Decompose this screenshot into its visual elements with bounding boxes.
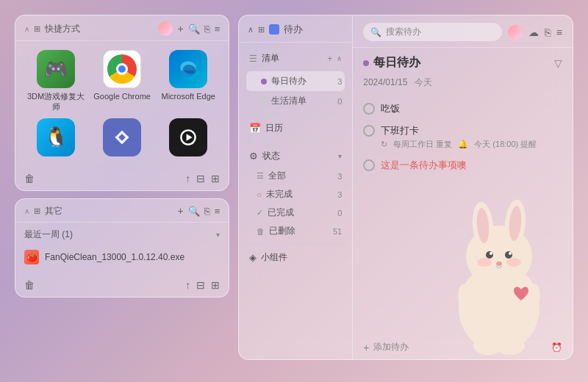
completed-item[interactable]: ✓ 已完成 0 [239, 203, 352, 222]
app-edge[interactable]: Microsoft Edge [158, 50, 218, 112]
todo-list-header[interactable]: ☰ 清单 + ∧ [246, 48, 345, 68]
widget-label: 小组件 [261, 251, 287, 264]
up-icon[interactable]: ↑ [185, 173, 190, 184]
deleted-item[interactable]: 🗑 已删除 51 [239, 222, 352, 240]
todo-circle-2[interactable] [363, 125, 375, 137]
todo-item-1[interactable]: 吃饭 [363, 98, 562, 120]
list-chevron-icon[interactable]: ∧ [337, 54, 342, 62]
status-sub-items: ☰ 全部 3 ○ 未完成 3 ✓ 已完成 0 🗑 已删除 51 [239, 167, 352, 240]
search-icon[interactable]: 🔍 [188, 24, 200, 35]
other-search-icon[interactable]: 🔍 [188, 206, 200, 217]
todo-item-2[interactable]: 下班打卡 ↻ 每周工作日 重复 🔔 今天 (18:00) 提醒 [363, 120, 562, 154]
other-chevron-icon: ∧ [24, 207, 29, 215]
title-dot [363, 60, 369, 66]
search-bar[interactable]: 🔍 搜索待办 [363, 23, 502, 41]
todo-circle-1[interactable] [363, 103, 375, 115]
trash-icon[interactable]: 🗑 [24, 173, 35, 184]
main-header-icons: ☁ ⎘ ≡ [508, 25, 562, 40]
bookmark-icon[interactable]: ⎘ [204, 24, 210, 35]
app-3dm[interactable]: 🎮 3DM游戏修复大师 [26, 50, 86, 112]
todo-life-item[interactable]: 生活清单 0 [246, 91, 345, 111]
bell-icon: 🔔 [458, 140, 468, 149]
other-trash-icon[interactable]: 🗑 [24, 279, 35, 291]
todo-widget-item[interactable]: ◈ 小组件 [239, 247, 352, 268]
other-grid-icon[interactable]: ⊞ [211, 279, 220, 291]
daily-label: 每日待办 [271, 75, 327, 87]
grid-view-icon[interactable]: ⊞ [211, 173, 220, 184]
todo-status-header[interactable]: ⚙ 状态 ▾ [239, 145, 352, 167]
todo-main-header: 🔍 搜索待办 ☁ ⎘ ≡ [353, 15, 573, 48]
calendar-icon: 📅 [249, 123, 261, 134]
app-edge-label: Microsoft Edge [162, 91, 215, 101]
divider-3 [246, 243, 345, 244]
other-up-icon[interactable]: ↑ [185, 279, 190, 291]
other-widget: ∧ ⊞ 其它 + 🔍 ⎘ ≡ 最近一周 (1) ▾ 🍅 [15, 198, 229, 298]
todo-calendar-item[interactable]: 📅 日历 [239, 118, 352, 139]
today-badge: 今天 [415, 77, 432, 87]
all-item[interactable]: ☰ 全部 3 [239, 167, 352, 185]
app-capcut[interactable] [158, 118, 218, 159]
life-dot [261, 98, 267, 104]
other-list-icon[interactable]: ⊟ [196, 279, 205, 291]
todo-daily-item[interactable]: 每日待办 3 [246, 71, 345, 91]
edge-svg [175, 56, 201, 82]
recent-label: 最近一周 (1) [24, 228, 73, 241]
menu-icon[interactable]: ≡ [215, 24, 220, 35]
incomplete-count: 3 [337, 190, 342, 199]
file-item[interactable]: 🍅 FanQieClean_13000_1.0.12.40.exe [24, 247, 220, 267]
all-icon: ☰ [257, 171, 264, 181]
shortcuts-avatar [158, 21, 173, 36]
recent-header: 最近一周 (1) ▾ [24, 228, 220, 241]
app-linear-icon [103, 118, 141, 156]
todo-chevron-icon: ∧ [248, 25, 254, 35]
linear-svg [110, 126, 134, 149]
add-todo[interactable]: + 添加待办 ⏰ [353, 335, 573, 359]
shortcuts-header: ∧ ⊞ 快捷方式 + 🔍 ⎘ ≡ [15, 15, 229, 41]
todo-item-2-text: 下班打卡 [381, 124, 537, 137]
export-icon[interactable]: ⎘ [545, 26, 551, 38]
pin-icon: ⊞ [34, 24, 40, 34]
incomplete-label: 未完成 [266, 188, 333, 201]
daily-dot [261, 79, 267, 84]
other-menu-icon[interactable]: ≡ [215, 206, 220, 217]
daily-count: 3 [331, 77, 342, 86]
other-title: 其它 [45, 205, 173, 217]
todo-list-section: ☰ 清单 + ∧ [239, 43, 352, 71]
app-qq[interactable]: 🐧 [26, 118, 86, 159]
todo-item-2-meta: ↻ 每周工作日 重复 🔔 今天 (18:00) 提醒 [381, 139, 537, 150]
filter-icon[interactable]: ▽ [554, 57, 562, 69]
todo-item-1-content: 吃饭 [381, 102, 400, 115]
capcut-svg [176, 126, 200, 149]
list-view-icon[interactable]: ⊟ [196, 173, 205, 184]
completed-icon: ✓ [257, 208, 263, 217]
app-3dm-icon: 🎮 [37, 50, 75, 88]
shortcuts-footer: ⊟ ⊞ 🗑 ↑ [15, 168, 229, 190]
other-content: 最近一周 (1) ▾ 🍅 FanQieClean_13000_1.0.12.40… [15, 223, 229, 275]
search-icon: 🔍 [370, 27, 381, 37]
add-icon[interactable]: + [177, 23, 183, 35]
completed-label: 已完成 [268, 206, 333, 219]
todo-main: 🔍 搜索待办 ☁ ⎘ ≡ 每日待办 ▽ 2024/01/15 今天 [353, 15, 573, 359]
app-chrome-icon [103, 50, 141, 88]
list-label: 清单 [262, 52, 323, 65]
other-bookmark-icon[interactable]: ⎘ [204, 206, 210, 217]
file-name: FanQieClean_13000_1.0.12.40.exe [45, 252, 184, 262]
incomplete-item[interactable]: ○ 未完成 3 [239, 185, 352, 203]
todo-title-bar: 每日待办 ▽ [353, 48, 573, 75]
app-chrome[interactable]: Google Chrome [92, 50, 152, 112]
divider-2 [246, 142, 345, 143]
other-add-icon[interactable]: + [177, 205, 183, 217]
todo-item-3[interactable]: 这是一条待办事项噢 [363, 154, 562, 176]
recent-chevron-icon[interactable]: ▾ [216, 231, 220, 239]
todo-sidebar-title: 待办 [284, 23, 343, 36]
status-chevron-icon: ▾ [338, 152, 342, 160]
search-placeholder: 搜索待办 [386, 26, 421, 38]
cloud-icon[interactable]: ☁ [528, 26, 539, 38]
divider-1 [246, 114, 345, 115]
list-add-icon[interactable]: + [327, 54, 332, 64]
todo-circle-3[interactable] [363, 159, 375, 171]
more-icon[interactable]: ≡ [556, 26, 562, 38]
todo-brand-icon [269, 24, 279, 35]
app-edge-icon [169, 50, 207, 88]
app-linear[interactable] [92, 118, 152, 159]
